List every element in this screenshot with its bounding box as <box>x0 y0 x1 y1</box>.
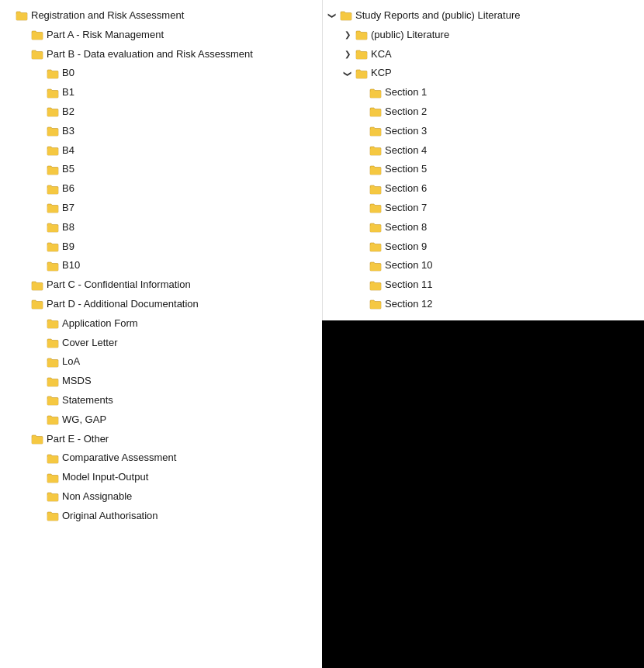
item-label: Part E - Other <box>47 431 109 448</box>
folder-icon <box>47 222 59 233</box>
item-label: Comparative Assessment <box>62 450 176 466</box>
item-label: Part A - Risk Management <box>47 27 164 43</box>
tree-item-b2[interactable]: B2 <box>0 102 322 122</box>
tree-item-b4[interactable]: B4 <box>0 141 322 161</box>
item-label: B8 <box>62 220 74 236</box>
tree-item-kca[interactable]: ❯ KCA <box>323 45 644 64</box>
folder-icon <box>31 29 43 40</box>
tree-item-part-c[interactable]: Part C - Confidential Information <box>0 275 322 295</box>
item-label: MSDS <box>62 373 92 389</box>
folder-icon <box>47 357 59 368</box>
item-label: B10 <box>62 258 80 274</box>
tree-item-section12[interactable]: Section 12 <box>323 295 644 314</box>
folder-icon <box>47 241 59 252</box>
folder-icon <box>47 106 59 117</box>
item-label: B6 <box>62 181 74 197</box>
tree-item-section2[interactable]: Section 2 <box>323 102 644 122</box>
tree-item-comparative[interactable]: Comparative Assessment <box>0 448 322 468</box>
right-panel: ❯ Study Reports and (public) Literature❯… <box>322 0 644 320</box>
tree-item-section4[interactable]: Section 4 <box>323 141 644 161</box>
folder-icon <box>369 202 382 213</box>
tree-item-kcp[interactable]: ❯ KCP <box>323 64 644 83</box>
tree-item-b7[interactable]: B7 <box>0 199 322 218</box>
folder-icon <box>47 88 59 99</box>
folder-icon <box>340 10 352 21</box>
tree-item-b3[interactable]: B3 <box>0 122 322 141</box>
folder-icon <box>369 241 382 252</box>
folder-icon <box>31 49 43 60</box>
tree-item-statements[interactable]: Statements <box>0 391 322 410</box>
item-label: Part B - Data evaluation and Risk Assess… <box>47 47 253 63</box>
folder-icon <box>369 222 382 233</box>
folder-icon <box>355 68 368 79</box>
folder-icon <box>369 299 382 310</box>
tree-item-part-b[interactable]: Part B - Data evaluation and Risk Assess… <box>0 45 322 64</box>
item-label: Section 12 <box>385 296 432 313</box>
folder-icon <box>47 318 59 329</box>
tree-item-wg-gap[interactable]: WG, GAP <box>0 410 322 430</box>
item-label: Cover Letter <box>62 335 118 351</box>
folder-icon <box>47 376 59 387</box>
folder-icon <box>31 299 43 310</box>
item-label: Section 10 <box>385 258 432 274</box>
tree-item-part-a[interactable]: Part A - Risk Management <box>0 26 322 45</box>
expand-icon[interactable]: ❯ <box>326 9 338 22</box>
collapse-icon[interactable]: ❯ <box>341 29 354 41</box>
item-label: Section 8 <box>385 220 427 236</box>
tree-item-loa[interactable]: LoA <box>0 352 322 372</box>
tree-item-section7[interactable]: Section 7 <box>323 199 644 218</box>
folder-icon <box>47 126 59 137</box>
tree-item-b1[interactable]: B1 <box>0 83 322 102</box>
item-label: Application Form <box>62 316 138 332</box>
tree-item-section1[interactable]: Section 1 <box>323 83 644 102</box>
item-label: Part D - Additional Documentation <box>47 296 199 313</box>
tree-item-section5[interactable]: Section 5 <box>323 160 644 179</box>
tree-item-b8[interactable]: B8 <box>0 218 322 237</box>
tree-item-b0[interactable]: B0 <box>0 64 322 83</box>
tree-item-public-lit[interactable]: ❯ (public) Literature <box>323 26 644 45</box>
folder-icon <box>47 511 59 521</box>
item-label: Section 9 <box>385 239 427 255</box>
tree-item-section10[interactable]: Section 10 <box>323 256 644 275</box>
tree-item-b9[interactable]: B9 <box>0 237 322 257</box>
item-label: Study Reports and (public) Literature <box>355 8 520 24</box>
left-panel: Registration and Risk Assessment Part A … <box>0 0 322 668</box>
tree-item-b10[interactable]: B10 <box>0 256 322 275</box>
tree-item-section6[interactable]: Section 6 <box>323 179 644 199</box>
tree-item-app-form[interactable]: Application Form <box>0 314 322 334</box>
tree-item-original-auth[interactable]: Original Authorisation <box>0 507 322 526</box>
item-label: Section 3 <box>385 123 427 140</box>
tree-item-model-io[interactable]: Model Input-Output <box>0 468 322 487</box>
tree-item-part-e[interactable]: Part E - Other <box>0 430 322 449</box>
item-label: Section 5 <box>385 161 427 178</box>
tree-item-part-d[interactable]: Part D - Additional Documentation <box>0 295 322 314</box>
tree-item-msds[interactable]: MSDS <box>0 372 322 391</box>
folder-icon <box>47 414 59 425</box>
item-label: B1 <box>62 85 74 101</box>
item-label: B3 <box>62 123 74 140</box>
folder-icon <box>47 453 59 464</box>
tree-item-non-assignable[interactable]: Non Assignable <box>0 487 322 507</box>
folder-icon <box>47 337 59 348</box>
tree-item-study-reports[interactable]: ❯ Study Reports and (public) Literature <box>323 6 644 26</box>
expand-icon[interactable]: ❯ <box>341 67 354 80</box>
item-label: Original Authorisation <box>62 508 158 524</box>
collapse-icon[interactable]: ❯ <box>341 48 354 61</box>
item-label: Registration and Risk Assessment <box>31 8 184 24</box>
tree-item-reg-risk[interactable]: Registration and Risk Assessment <box>0 6 322 26</box>
folder-icon <box>47 472 59 483</box>
item-label: Statements <box>62 393 113 409</box>
tree-item-section11[interactable]: Section 11 <box>323 275 644 295</box>
tree-item-b5[interactable]: B5 <box>0 160 322 179</box>
item-label: Section 1 <box>385 85 427 101</box>
folder-icon <box>16 10 28 21</box>
folder-icon <box>369 106 382 117</box>
folder-icon <box>369 184 382 195</box>
tree-item-section8[interactable]: Section 8 <box>323 218 644 237</box>
tree-item-b6[interactable]: B6 <box>0 179 322 199</box>
tree-item-cover-letter[interactable]: Cover Letter <box>0 334 322 353</box>
tree-item-section9[interactable]: Section 9 <box>323 237 644 257</box>
item-label: Section 7 <box>385 200 427 216</box>
folder-icon <box>369 88 382 99</box>
tree-item-section3[interactable]: Section 3 <box>323 122 644 141</box>
